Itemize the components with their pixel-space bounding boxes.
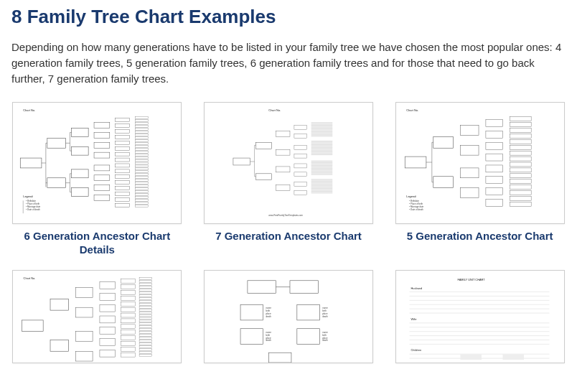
- svg-rect-26: [116, 175, 130, 179]
- svg-rect-62: [136, 202, 149, 205]
- svg-text:death: death: [266, 339, 271, 342]
- svg-rect-32: [136, 117, 149, 119]
- example-card[interactable]: Chart No.: [394, 102, 566, 257]
- svg-rect-11: [94, 152, 110, 158]
- example-thumbnail[interactable]: FAMILY UNIT CHART Husband Wife Children: [395, 270, 565, 363]
- svg-rect-159: [460, 188, 479, 198]
- svg-rect-170: [510, 129, 531, 133]
- svg-rect-216: [121, 347, 136, 351]
- svg-rect-192: [50, 340, 69, 351]
- svg-rect-73: [256, 174, 272, 180]
- svg-rect-76: [276, 167, 290, 172]
- svg-rect-229: [139, 309, 152, 311]
- svg-text:www.FreeFamilyTreeTemplates.co: www.FreeFamilyTreeTemplates.com: [268, 214, 303, 217]
- svg-rect-3: [47, 178, 66, 188]
- example-card[interactable]: namebirthplacedeath namebirthplacedeath …: [203, 270, 375, 363]
- svg-rect-4: [72, 129, 89, 137]
- svg-rect-174: [510, 151, 531, 155]
- svg-text:Chart No.: Chart No.: [268, 108, 281, 112]
- example-thumbnail[interactable]: Chart No.: [204, 102, 373, 224]
- svg-rect-236: [139, 328, 152, 330]
- example-thumbnail[interactable]: namebirthplacedeath namebirthplacedeath …: [204, 270, 373, 363]
- svg-rect-220: [139, 283, 152, 285]
- svg-rect-53: [136, 177, 149, 179]
- svg-rect-232: [139, 317, 152, 319]
- svg-rect-248: [240, 304, 263, 320]
- svg-rect-239: [139, 337, 152, 339]
- svg-rect-41: [136, 143, 149, 145]
- example-caption[interactable]: 7 Generation Ancestor Chart: [215, 230, 362, 243]
- svg-rect-226: [139, 300, 152, 302]
- svg-rect-249: [297, 304, 320, 320]
- svg-rect-2: [47, 139, 66, 149]
- svg-rect-44: [136, 151, 149, 153]
- svg-rect-28: [116, 187, 130, 190]
- svg-text:Children: Children: [411, 348, 421, 352]
- svg-rect-12: [94, 165, 110, 171]
- svg-rect-35: [136, 126, 149, 128]
- svg-rect-227: [139, 303, 152, 305]
- example-card[interactable]: FAMILY UNIT CHART Husband Wife Children: [394, 270, 566, 363]
- svg-rect-55: [136, 182, 149, 185]
- svg-rect-287: [460, 354, 482, 360]
- svg-rect-179: [510, 179, 531, 184]
- svg-rect-168: [510, 117, 531, 121]
- svg-rect-244: [139, 351, 152, 353]
- examples-grid: Chart No.: [11, 102, 566, 363]
- example-thumbnail[interactable]: Chart No.: [12, 102, 182, 224]
- svg-rect-175: [510, 157, 531, 161]
- svg-rect-18: [116, 130, 130, 134]
- svg-rect-166: [486, 188, 503, 195]
- example-card[interactable]: Chart No.: [203, 102, 375, 257]
- svg-rect-224: [139, 294, 152, 297]
- svg-rect-82: [294, 164, 307, 168]
- svg-rect-211: [121, 319, 136, 323]
- svg-rect-251: [297, 328, 320, 344]
- example-thumbnail[interactable]: Chart No.: [12, 270, 182, 363]
- svg-rect-83: [294, 172, 307, 177]
- svg-rect-79: [294, 134, 307, 139]
- example-caption[interactable]: 6 Generation Ancestor Chart Details: [12, 230, 182, 257]
- svg-rect-21: [116, 147, 130, 151]
- svg-rect-178: [510, 174, 531, 178]
- svg-rect-6: [72, 169, 89, 178]
- svg-rect-63: [136, 205, 149, 207]
- svg-rect-150: [337, 121, 351, 195]
- svg-rect-75: [276, 149, 290, 155]
- svg-rect-193: [76, 287, 93, 297]
- svg-rect-45: [136, 154, 149, 156]
- svg-rect-24: [116, 164, 130, 167]
- svg-text:Chart No.: Chart No.: [24, 108, 36, 112]
- svg-rect-200: [100, 316, 116, 323]
- svg-rect-177: [510, 168, 531, 172]
- svg-text:Chart No.: Chart No.: [406, 108, 418, 112]
- svg-rect-54: [136, 179, 149, 182]
- svg-rect-81: [294, 154, 307, 158]
- example-card[interactable]: Chart No.: [11, 270, 183, 363]
- svg-rect-212: [121, 325, 136, 329]
- svg-rect-39: [136, 137, 149, 139]
- svg-rect-17: [116, 124, 130, 128]
- example-caption[interactable]: 5 Generation Ancestor Chart: [407, 230, 553, 243]
- svg-rect-198: [100, 293, 116, 300]
- svg-rect-173: [510, 146, 531, 150]
- svg-rect-180: [510, 185, 531, 190]
- svg-rect-52: [136, 174, 149, 176]
- svg-rect-234: [139, 323, 152, 325]
- svg-rect-195: [76, 331, 93, 341]
- example-card[interactable]: Chart No.: [11, 102, 183, 257]
- svg-rect-246: [248, 281, 276, 294]
- svg-text:Chart No.: Chart No.: [24, 276, 36, 280]
- svg-rect-164: [486, 165, 503, 172]
- svg-rect-84: [294, 182, 307, 187]
- svg-rect-190: [22, 320, 44, 332]
- svg-rect-34: [136, 123, 149, 125]
- svg-rect-208: [121, 302, 136, 306]
- svg-rect-19: [116, 136, 130, 139]
- example-thumbnail[interactable]: Chart No.: [395, 102, 565, 224]
- svg-rect-250: [240, 328, 263, 344]
- svg-rect-23: [116, 158, 130, 162]
- svg-text:Legend:: Legend:: [406, 195, 416, 199]
- svg-rect-203: [100, 350, 116, 357]
- svg-rect-30: [116, 198, 130, 202]
